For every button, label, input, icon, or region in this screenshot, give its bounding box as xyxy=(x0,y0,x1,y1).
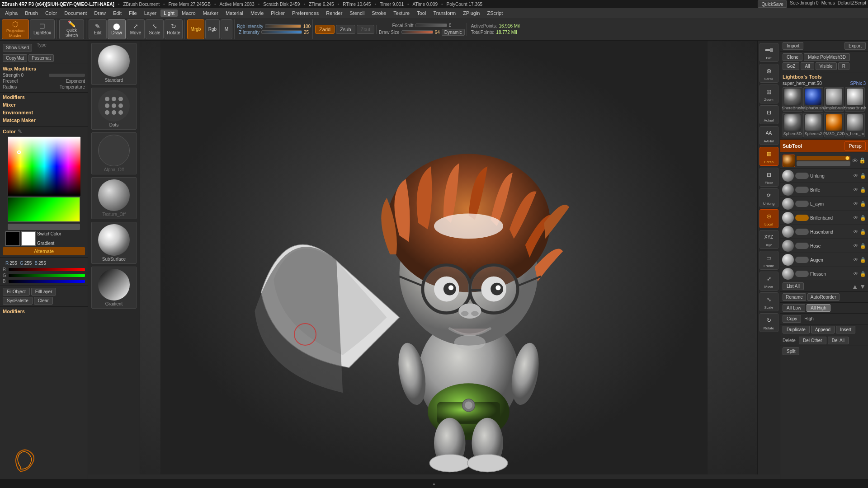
zoom-vert-btn[interactable]: ⊞ Zoom xyxy=(760,84,778,103)
menu-render[interactable]: Render xyxy=(323,9,345,17)
toggle-flossen[interactable] xyxy=(795,271,809,277)
lock-brillenband[interactable]: 🔒 xyxy=(860,215,866,221)
lock-flossen[interactable]: 🔒 xyxy=(860,271,866,277)
eye-icon-1[interactable]: 👁 xyxy=(852,157,858,164)
color-edit-icon[interactable]: ✎ xyxy=(18,128,22,135)
focal-shift-slider[interactable] xyxy=(415,23,447,27)
clone-btn[interactable]: Clone xyxy=(783,53,802,61)
menu-stencil[interactable]: Stencil xyxy=(346,9,368,17)
menu-light[interactable]: Light xyxy=(160,9,178,17)
strength-slider[interactable] xyxy=(49,74,85,77)
subtool-row-brille[interactable]: Brille 👁 🔒 xyxy=(780,183,868,197)
rgb-btn[interactable]: Rgb xyxy=(205,19,220,39)
copy-btn[interactable]: Copy xyxy=(783,315,801,323)
append-btn[interactable]: Append xyxy=(811,326,835,333)
viewport-inner[interactable] xyxy=(88,41,780,474)
goz-btn[interactable]: GoZ xyxy=(783,62,799,70)
list-all-btn[interactable]: List All xyxy=(783,282,804,290)
r-slider[interactable] xyxy=(9,268,85,271)
unlung-vert-btn[interactable]: ⟳ Unlung xyxy=(760,188,778,207)
toggle-laym[interactable] xyxy=(795,201,809,207)
subtool-row-hasenband[interactable]: Hasenband 👁 🔒 xyxy=(780,225,868,239)
material-dots[interactable]: Dots xyxy=(91,88,137,130)
lb-super-hero[interactable]: s_hero_m xyxy=(845,113,865,137)
lightbox-btn[interactable]: ☐ LightBox xyxy=(30,19,55,39)
brush-vert-btn[interactable]: Birt xyxy=(760,43,778,62)
floor-vert-btn[interactable]: ⊟ Floor xyxy=(760,168,778,187)
copy-mat-btn[interactable]: CopyMat xyxy=(3,54,27,62)
matcap-maker-link[interactable]: Matcap Maker xyxy=(3,117,85,123)
eye-brille[interactable]: 👁 xyxy=(853,187,859,193)
draw-size-slider[interactable] xyxy=(401,30,433,34)
subtool-row-flossen[interactable]: Flossen 👁 🔒 xyxy=(780,267,868,281)
toggle-brillenband[interactable] xyxy=(795,215,809,221)
rotate-vert-btn2[interactable]: ↻ Rotate xyxy=(760,313,778,332)
visible-btn[interactable]: Visible xyxy=(816,62,837,70)
menu-preferences[interactable]: Preferences xyxy=(289,9,322,17)
subtool-row-unlung[interactable]: Unlung 👁 🔒 xyxy=(780,169,868,183)
subtool-row-laym[interactable]: L_aym 👁 🔒 xyxy=(780,197,868,211)
white-swatch[interactable] xyxy=(21,231,36,246)
menu-layer[interactable]: Layer xyxy=(141,9,160,17)
material-gradient[interactable]: Gradient xyxy=(91,267,137,309)
black-swatch[interactable] xyxy=(5,231,20,246)
subtool-slider2[interactable] xyxy=(797,161,850,166)
subtool-slider1[interactable]: ⬤ xyxy=(797,156,850,160)
toggle-unlung[interactable] xyxy=(795,173,809,179)
eye-unlung[interactable]: 👁 xyxy=(853,173,859,179)
projection-master-btn[interactable]: ⬡ ProjectionMaster xyxy=(2,19,29,39)
menu-movie[interactable]: Movie xyxy=(247,9,267,17)
lock-brille[interactable]: 🔒 xyxy=(860,187,866,193)
duplicate-btn[interactable]: Duplicate xyxy=(783,326,810,333)
paste-mat-btn[interactable]: Pastemat xyxy=(28,54,54,62)
b-slider[interactable] xyxy=(9,280,85,283)
color-picker-secondary[interactable] xyxy=(8,197,80,222)
aahal-vert-btn[interactable]: AA AAHal xyxy=(760,126,778,145)
lock-icon-1[interactable]: 🔒 xyxy=(859,157,866,164)
menu-color[interactable]: Color xyxy=(42,9,60,17)
zadd-btn[interactable]: Zadd xyxy=(315,25,335,34)
edit-btn[interactable]: ✎ Edit xyxy=(89,19,107,39)
menu-edit[interactable]: Edit xyxy=(110,9,125,17)
frame-vert-btn[interactable]: ▭ Frame xyxy=(760,251,778,270)
subtool-row-augen[interactable]: Augen 👁 🔒 xyxy=(780,253,868,267)
material-texture-off[interactable]: Texture_Off xyxy=(91,177,137,219)
move-vert-btn2[interactable]: ⤢ Move xyxy=(760,272,778,291)
toggle-hasenband[interactable] xyxy=(795,229,809,235)
persp-active-btn[interactable]: Persp xyxy=(844,141,866,150)
menu-stroke[interactable]: Stroke xyxy=(368,9,389,17)
move-btn[interactable]: ⤢ Move xyxy=(127,19,145,39)
actual-vert-btn[interactable]: ⊡ Actual xyxy=(760,105,778,124)
lb-alpha-brush[interactable]: AlphaBrush xyxy=(803,87,823,112)
lb-pm3d[interactable]: PM3D_C2D xyxy=(824,113,844,137)
quick-sketch-btn[interactable]: ✏️ QuickSketch xyxy=(59,19,84,39)
local-vert-btn[interactable]: ◎ Local xyxy=(760,209,778,228)
lb-eraser-brush[interactable]: EraserBrush xyxy=(845,87,865,112)
all-low-btn[interactable]: All Low xyxy=(783,304,805,312)
menu-alpha[interactable]: Alpha xyxy=(2,9,21,17)
modifiers-link[interactable]: Modifiers xyxy=(3,94,85,100)
environment-link[interactable]: Environment xyxy=(3,110,85,115)
split-btn[interactable]: Split xyxy=(783,347,799,355)
fill-layer-btn[interactable]: FillLayer xyxy=(31,288,57,296)
lock-laym[interactable]: 🔒 xyxy=(860,201,866,207)
menu-transform[interactable]: Transform xyxy=(430,9,459,17)
lock-hasenband[interactable]: 🔒 xyxy=(860,229,866,235)
eye-brillenband[interactable]: 👁 xyxy=(853,215,859,221)
subtool-row-brillenband[interactable]: Brillenband 👁 🔒 xyxy=(780,211,868,225)
dynamic-btn[interactable]: Dynamic xyxy=(442,29,465,36)
clear-btn[interactable]: Clear xyxy=(34,297,53,305)
eye-flossen[interactable]: 👁 xyxy=(853,271,859,277)
lb-spheres2[interactable]: Spheres2 xyxy=(803,113,823,137)
rgb-intensity-slider[interactable] xyxy=(265,24,301,28)
modifiers-bottom[interactable]: Modifiers xyxy=(3,309,25,314)
menu-zscript[interactable]: ZScript xyxy=(484,9,506,17)
material-subsurface[interactable]: SubSurface xyxy=(91,222,137,264)
sys-palette-btn[interactable]: SysPalette xyxy=(3,297,33,305)
menu-material[interactable]: Material xyxy=(222,9,246,17)
menu-tool[interactable]: Tool xyxy=(414,9,429,17)
export-btn[interactable]: Export xyxy=(844,42,866,50)
lb-sphere-brush[interactable]: ShereBrush xyxy=(783,87,802,112)
lock-unlung[interactable]: 🔒 xyxy=(860,173,866,179)
menu-marker[interactable]: Marker xyxy=(200,9,222,17)
